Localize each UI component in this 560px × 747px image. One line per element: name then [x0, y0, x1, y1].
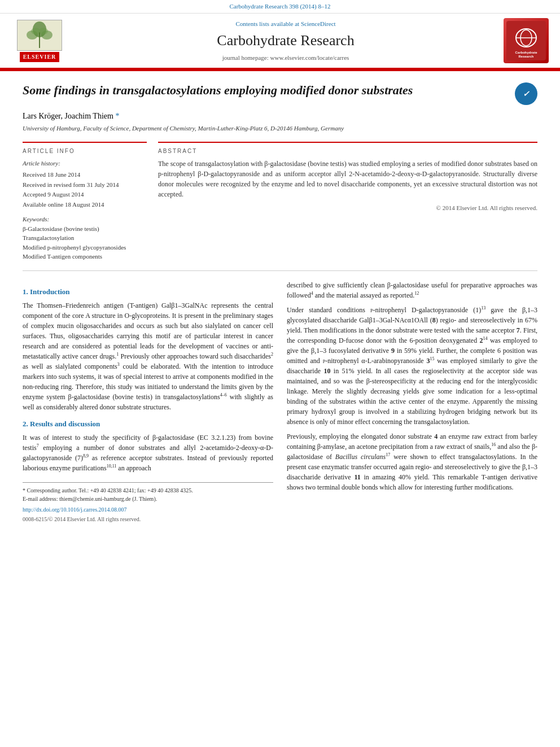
footnote-area: * Corresponding author. Tel.: +49 40 428… [23, 482, 273, 523]
keyword-4: Modified T-antigen components [23, 252, 147, 261]
article-title-block: Some findings in transgalactosylations e… [23, 82, 537, 105]
info-abstract-columns: ARTICLE INFO Article history: Received 1… [23, 142, 537, 261]
red-divider [0, 68, 560, 70]
keyword-3: Modified p-nitrophenyl glycopyranosides [23, 243, 147, 252]
footnote-email: E-mail address: thiem@chemie.uni-hamburg… [23, 495, 273, 503]
abstract-copyright: © 2014 Elsevier Ltd. All rights reserved… [158, 204, 537, 212]
journal-branding: ELSEVIER Contents lists available at Sci… [0, 14, 560, 68]
svg-point-6 [39, 28, 48, 34]
right-paragraph-1: described to give sufficiently clean β-g… [287, 280, 537, 300]
doi-link[interactable]: http://dx.doi.org/10.1016/j.carres.2014.… [23, 505, 273, 514]
contents-label: Contents lists available at [235, 20, 299, 27]
ref17-sup: 17 [386, 452, 390, 457]
ref16-sup: 16 [491, 442, 496, 447]
abstract-column: ABSTRACT The scope of transgalactosylati… [158, 142, 537, 261]
journal-logo-right: Carbohydrate Research [504, 18, 549, 63]
elsevier-logo: ELSEVIER [11, 20, 68, 62]
ref14-sup: 14 [483, 336, 488, 341]
journal-homepage: journal homepage: www.elsevier.com/locat… [68, 54, 504, 62]
elsevier-wordmark: ELSEVIER [20, 52, 60, 62]
right-paragraph-2: Under standard conditions p-nitrophenyl … [287, 305, 537, 427]
elsevier-tree-icon [17, 20, 62, 51]
keyword-2: Transgalactosylation [23, 233, 147, 243]
svg-point-5 [31, 28, 40, 34]
article-info-header: ARTICLE INFO [23, 147, 147, 155]
section-divider [23, 270, 537, 271]
journal-title: Carbohydrate Research [68, 30, 504, 51]
crossmark-badge[interactable]: ✓ [515, 82, 537, 105]
affiliation: University of Hamburg, Faculty of Scienc… [23, 124, 537, 133]
right-paragraph-3: Previously, employing the elongated dono… [287, 431, 537, 492]
sciencedirect-link[interactable]: ScienceDirect [301, 20, 336, 27]
ref89-sup: 8,9 [83, 453, 89, 458]
results-title: 2. Results and discussion [23, 419, 273, 429]
svg-text:✓: ✓ [523, 90, 530, 98]
ref4r-sup: 4 [311, 291, 313, 296]
abstract-text: The scope of transgalactosylation with β… [158, 159, 537, 199]
main-body: 1. Introduction The Thomsen–Friedenreich… [23, 280, 537, 523]
keyword-1: β-Galactosidase (bovine testis) [23, 224, 147, 234]
history-label: Article history: [23, 159, 147, 169]
keywords-label: Keywords: [23, 215, 147, 224]
corresponding-marker: * [115, 112, 119, 120]
article-history: Article history: Received 18 June 2014 R… [23, 159, 147, 209]
ref3-sup: 3 [117, 362, 120, 367]
ref7-sup: 7 [37, 443, 39, 448]
body-right-column: described to give sufficiently clean β-g… [287, 280, 537, 523]
ref13-sup: 13 [481, 305, 485, 311]
ref15-sup: 15 [430, 356, 434, 361]
abstract-header: ABSTRACT [158, 147, 537, 155]
journal-title-block: Contents lists available at ScienceDirec… [68, 20, 504, 62]
author-names: Lars Kröger, Joachim Thiem [23, 112, 113, 120]
ref12-sup: 12 [414, 291, 419, 296]
svg-text:Carbohydrate: Carbohydrate [515, 51, 537, 54]
article-container: Some findings in transgalactosylations e… [0, 71, 560, 535]
ref1-sup: 1 [116, 352, 119, 357]
intro-paragraph-1: The Thomsen–Friedenreich antigen (T-anti… [23, 300, 273, 412]
ref4-6-sup: 4–6 [220, 392, 227, 397]
journal-header: Carbohydrate Research 398 (2014) 8–12 EL… [0, 0, 560, 71]
ref1011-sup: 10,11 [107, 464, 117, 469]
article-title: Some findings in transgalactosylations e… [23, 82, 413, 99]
footnote-corresponding: * Corresponding author. Tel.: +49 40 428… [23, 486, 273, 495]
results-paragraph-1: It was of interest to study the specific… [23, 433, 273, 473]
svg-text:Research: Research [518, 55, 533, 58]
journal-citation: Carbohydrate Research 398 (2014) 8–12 [229, 3, 330, 10]
article-info-column: ARTICLE INFO Article history: Received 1… [23, 142, 147, 261]
intro-title: 1. Introduction [23, 287, 273, 297]
ref2-sup: 2 [271, 352, 273, 357]
journal-citation-bar: Carbohydrate Research 398 (2014) 8–12 [0, 0, 560, 14]
date-received: Received 18 June 2014 Received in revise… [23, 170, 147, 209]
copyright-footer: 0008-6215/© 2014 Elsevier Ltd. All right… [23, 515, 273, 523]
authors-line: Lars Kröger, Joachim Thiem * [23, 111, 537, 122]
body-left-column: 1. Introduction The Thomsen–Friedenreich… [23, 280, 273, 523]
contents-line: Contents lists available at ScienceDirec… [68, 20, 504, 28]
keywords-block: Keywords: β-Galactosidase (bovine testis… [23, 215, 147, 261]
